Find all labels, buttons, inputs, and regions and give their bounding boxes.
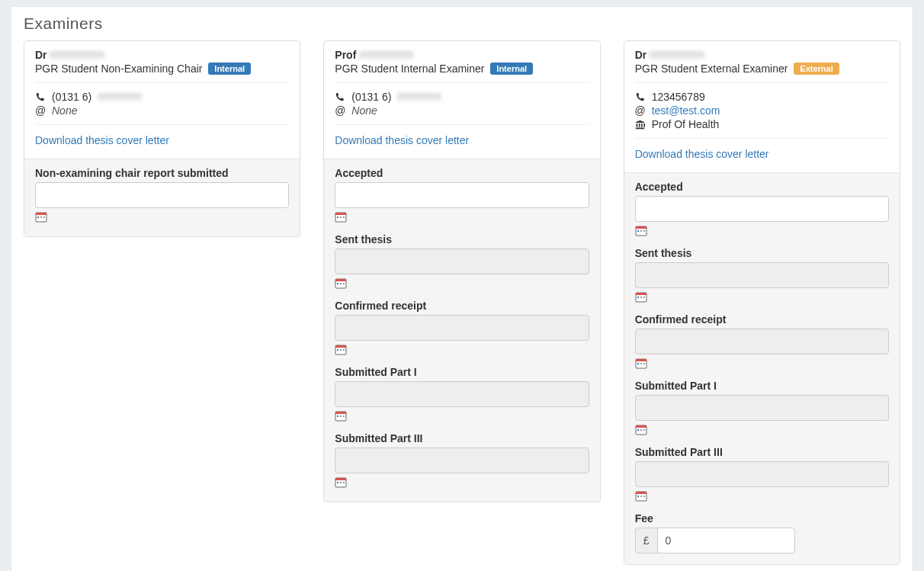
redacted-phone	[98, 93, 142, 101]
svg-rect-8	[340, 217, 342, 218]
svg-rect-19	[343, 349, 345, 351]
field-label: Submitted Part I	[635, 380, 889, 392]
role-label: PGR Student Non-Examining Chair	[35, 63, 202, 75]
date-input[interactable]	[335, 315, 589, 341]
field-label: Accepted	[635, 181, 889, 193]
svg-rect-6	[335, 213, 346, 215]
svg-rect-53	[640, 496, 642, 497]
date-input[interactable]	[635, 461, 889, 487]
svg-rect-34	[643, 230, 645, 232]
calendar-icon[interactable]	[335, 410, 347, 422]
email-link[interactable]: test@test.com	[652, 104, 720, 117]
field-label: Non-examining chair report submitted	[35, 167, 289, 179]
svg-rect-18	[340, 349, 342, 351]
fee-input-group: £	[635, 528, 795, 553]
svg-rect-4	[43, 217, 45, 218]
svg-rect-49	[643, 429, 645, 431]
redacted-phone	[397, 93, 441, 101]
svg-rect-21	[335, 412, 346, 414]
examiner-card: Dr PGR Student External Examiner Externa…	[624, 40, 900, 565]
svg-rect-7	[337, 217, 338, 218]
svg-rect-17	[337, 349, 338, 351]
svg-rect-1	[36, 213, 47, 215]
date-input[interactable]	[635, 395, 889, 421]
redacted-name	[50, 51, 104, 59]
svg-rect-28	[340, 482, 342, 483]
svg-rect-31	[636, 226, 646, 229]
svg-rect-46	[636, 425, 646, 428]
field-label: Accepted	[335, 167, 589, 179]
svg-rect-32	[637, 230, 639, 232]
person-title: Prof	[335, 49, 356, 61]
svg-rect-22	[337, 415, 338, 417]
download-cover-letter-link[interactable]: Download thesis cover letter	[635, 148, 769, 160]
examiner-form: Accepted Sent thesis Confirmed receipt	[624, 172, 900, 564]
svg-rect-43	[640, 363, 642, 364]
svg-rect-3	[40, 217, 42, 218]
field-label: Submitted Part I	[335, 366, 589, 378]
field-label: Confirmed receipt	[335, 300, 589, 312]
date-input[interactable]	[335, 249, 589, 274]
svg-rect-51	[636, 492, 646, 494]
calendar-icon[interactable]	[35, 211, 47, 223]
email-value: None	[52, 104, 77, 117]
svg-rect-48	[640, 429, 642, 431]
calendar-icon[interactable]	[335, 211, 347, 223]
at-icon: @	[635, 104, 646, 117]
phone-value: (0131 6)	[52, 91, 91, 103]
svg-rect-23	[340, 415, 342, 417]
svg-rect-9	[343, 217, 345, 218]
calendar-icon[interactable]	[335, 476, 347, 489]
currency-symbol: £	[635, 528, 657, 553]
date-input[interactable]	[635, 329, 889, 354]
date-input[interactable]	[35, 182, 289, 208]
date-input[interactable]	[635, 196, 889, 222]
svg-rect-11	[335, 279, 346, 281]
svg-rect-27	[337, 482, 338, 483]
calendar-icon[interactable]	[335, 277, 347, 290]
date-input[interactable]	[335, 447, 589, 473]
status-badge: Internal	[208, 63, 251, 75]
person-title: Dr	[635, 49, 647, 61]
at-icon: @	[35, 104, 46, 117]
person-title: Dr	[35, 49, 47, 61]
calendar-icon[interactable]	[635, 490, 647, 502]
examiner-form: Accepted Sent thesis Confirmed receipt	[324, 159, 599, 502]
svg-rect-47	[637, 429, 639, 431]
download-cover-letter-link[interactable]: Download thesis cover letter	[335, 134, 469, 146]
status-badge: External	[794, 63, 839, 75]
calendar-icon[interactable]	[635, 225, 647, 237]
download-cover-letter-link[interactable]: Download thesis cover letter	[35, 134, 169, 146]
fee-input[interactable]	[657, 528, 795, 553]
svg-rect-33	[640, 230, 642, 232]
calendar-icon[interactable]	[335, 344, 347, 356]
field-label: Submitted Part III	[335, 432, 589, 444]
field-label: Sent thesis	[335, 233, 589, 245]
svg-rect-16	[335, 345, 346, 348]
institution-icon	[635, 120, 646, 130]
field-label: Confirmed receipt	[635, 313, 889, 326]
date-input[interactable]	[635, 262, 889, 288]
calendar-icon[interactable]	[635, 358, 647, 370]
at-icon: @	[335, 104, 345, 117]
svg-rect-2	[37, 217, 39, 218]
svg-rect-44	[643, 363, 645, 364]
calendar-icon[interactable]	[635, 424, 647, 436]
role-label: PGR Student Internal Examiner	[335, 63, 484, 75]
svg-rect-39	[643, 297, 645, 298]
svg-rect-29	[343, 482, 345, 483]
date-input[interactable]	[335, 381, 589, 407]
date-input[interactable]	[335, 182, 589, 208]
examiner-card: Prof PGR Student Internal Examiner Inter…	[323, 40, 600, 502]
phone-icon	[35, 92, 46, 101]
svg-rect-41	[636, 359, 646, 361]
svg-rect-42	[637, 363, 639, 364]
phone-icon	[335, 92, 345, 101]
email-value: None	[351, 104, 377, 117]
examiner-card: Dr PGR Student Non-Examining Chair Inter…	[24, 40, 300, 237]
status-badge: Internal	[490, 63, 533, 75]
redacted-name	[650, 51, 704, 59]
field-label: Submitted Part III	[635, 446, 889, 458]
calendar-icon[interactable]	[635, 291, 647, 303]
section-title: Examiners	[24, 14, 900, 33]
